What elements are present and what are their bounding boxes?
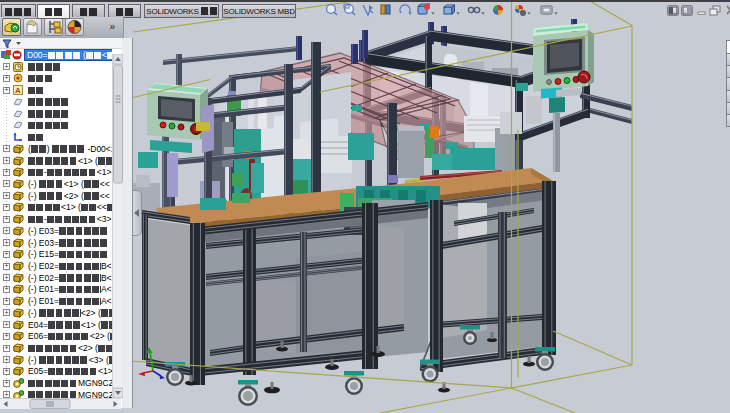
svg-text:A: A	[15, 86, 21, 95]
